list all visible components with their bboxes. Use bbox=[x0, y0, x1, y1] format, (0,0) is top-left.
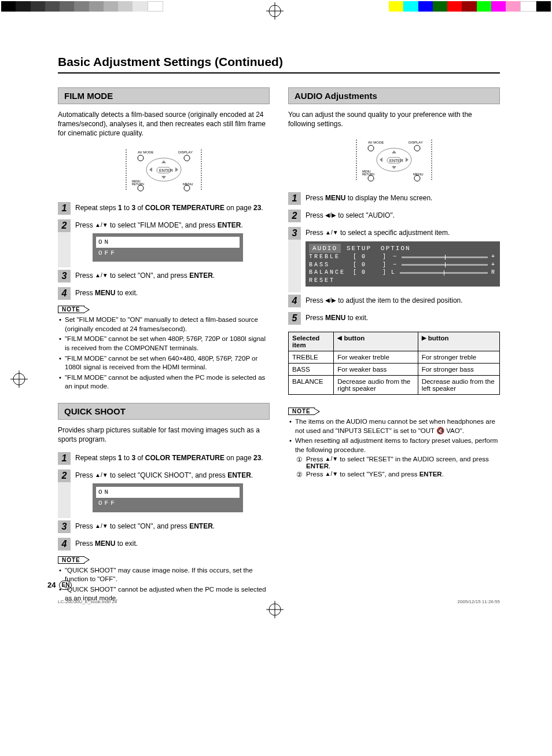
right-triangle-icon: ▶ bbox=[422, 335, 426, 341]
step-number: 5 bbox=[288, 312, 301, 325]
left-column: FILM MODE Automatically detects a film-b… bbox=[58, 87, 270, 604]
film-step1: Repeat steps 1 to 3 of COLOR TEMPERATURE… bbox=[71, 202, 270, 215]
step-number: 4 bbox=[58, 538, 71, 551]
svg-text:DISPLAY: DISPLAY bbox=[178, 151, 193, 154]
svg-point-24 bbox=[138, 185, 143, 191]
audio-osd: AUDIOSETUPOPTION TREBLE[0] −+ BASS[0] −+… bbox=[306, 241, 500, 287]
quick-step1: Repeat steps 1 to 3 of COLOR TEMPERATURE… bbox=[71, 452, 270, 465]
quick-intro: Provides sharp pictures suitable for fas… bbox=[58, 425, 270, 444]
step-number: 1 bbox=[58, 202, 71, 215]
svg-point-14 bbox=[184, 155, 190, 161]
remote-diagram-icon: AV MODE DISPLAY ENTER MENURETURN MENU bbox=[351, 137, 437, 183]
quick-step2: Press ▲/▼ to select "QUICK SHOOT", and p… bbox=[71, 469, 270, 518]
step-number: 2 bbox=[58, 469, 71, 482]
audio-sub1: ①Press ▲/▼ to select "RESET" in the AUDI… bbox=[296, 456, 500, 469]
page-title: Basic Adjustment Settings (Continued) bbox=[58, 55, 500, 74]
audio-step3: Press ▲/▼ to select a specific adjustmen… bbox=[301, 227, 500, 292]
audio-heading: AUDIO Adjustments bbox=[288, 87, 500, 104]
svg-text:RETURN: RETURN bbox=[362, 173, 374, 176]
svg-marker-36 bbox=[392, 151, 396, 153]
left-right-triangle-icon: ◀/▶ bbox=[325, 212, 336, 218]
audio-adjust-table: Selected item ◀ button ▶ button TREBLEFo… bbox=[288, 332, 500, 395]
note-label: NOTE bbox=[58, 556, 84, 564]
svg-text:DISPLAY: DISPLAY bbox=[409, 141, 423, 144]
audio-intro: You can adjust the sound quality to your… bbox=[288, 110, 500, 129]
step-number: 4 bbox=[288, 295, 301, 307]
film-menu-osd: ON OFF bbox=[93, 233, 243, 262]
audio-notes: The items on the AUDIO menu cannot be se… bbox=[288, 417, 500, 454]
svg-text:RETURN: RETURN bbox=[132, 182, 144, 186]
up-down-triangle-icon: ▲/▼ bbox=[95, 222, 108, 228]
step-number: 2 bbox=[58, 219, 71, 232]
svg-text:AV MODE: AV MODE bbox=[368, 141, 384, 144]
step-number: 2 bbox=[288, 210, 301, 222]
quick-step3: Press ▲/▼ to select "ON", and press ENTE… bbox=[71, 520, 270, 533]
svg-marker-20 bbox=[149, 167, 152, 172]
svg-text:AV MODE: AV MODE bbox=[138, 151, 153, 154]
svg-point-44 bbox=[414, 175, 420, 181]
left-right-triangle-icon: ◀/▶ bbox=[325, 297, 336, 303]
table-row: BASSFor weaker bassFor stronger bass bbox=[289, 364, 500, 376]
svg-marker-37 bbox=[392, 166, 396, 169]
step-number: 3 bbox=[58, 520, 71, 533]
audio-step5: Press MENU to exit. bbox=[301, 312, 500, 325]
step-number: 4 bbox=[58, 287, 71, 300]
film-step3: Press ▲/▼ to select "ON", and press ENTE… bbox=[71, 270, 270, 282]
svg-marker-21 bbox=[175, 167, 178, 172]
print-footer: LC-20D30U_E_book.indb 24 2005/12/15 11:2… bbox=[58, 599, 500, 604]
right-column: AUDIO Adjustments You can adjust the sou… bbox=[288, 87, 500, 604]
note-label: NOTE bbox=[58, 306, 84, 313]
table-row: TREBLEFor weaker trebleFor stronger treb… bbox=[289, 351, 500, 364]
audio-step4: Press ◀/▶ to adjust the item to the desi… bbox=[301, 295, 500, 307]
svg-point-42 bbox=[368, 175, 374, 181]
remote-diagram-icon: AV MODE DISPLAY ENTER MENURETURN MENU bbox=[120, 146, 207, 193]
up-down-triangle-icon: ▲/▼ bbox=[95, 523, 108, 529]
quick-shoot-heading: QUICK SHOOT bbox=[58, 403, 270, 420]
page-number: 24 EN bbox=[47, 581, 72, 590]
up-down-triangle-icon: ▲/▼ bbox=[325, 229, 338, 236]
step-number: 3 bbox=[58, 270, 71, 282]
svg-text:ENTER: ENTER bbox=[159, 168, 173, 173]
film-mode-heading: FILM MODE bbox=[58, 87, 270, 104]
svg-text:ENTER: ENTER bbox=[389, 159, 403, 163]
step-number: 1 bbox=[58, 452, 71, 465]
svg-point-32 bbox=[414, 145, 420, 151]
audio-step1: Press MENU to display the Menu screen. bbox=[301, 192, 500, 205]
film-intro: Automatically detects a film-based sourc… bbox=[58, 110, 270, 138]
film-step2: Press ▲/▼ to select "FILM MODE", and pre… bbox=[71, 219, 270, 268]
film-step4: Press MENU to exit. bbox=[71, 287, 270, 300]
audio-sub2: ②Press ▲/▼ to select "YES", and press EN… bbox=[296, 471, 500, 479]
quick-menu-osd: ON OFF bbox=[93, 483, 243, 512]
svg-marker-39 bbox=[406, 157, 409, 162]
film-notes: Set "FILM MODE" to "ON" manually to dete… bbox=[58, 315, 270, 391]
svg-marker-18 bbox=[161, 160, 166, 163]
svg-point-12 bbox=[138, 155, 143, 161]
svg-point-30 bbox=[368, 145, 374, 151]
quick-notes: "QUICK SHOOT" may cause image noise. If … bbox=[58, 566, 270, 603]
audio-step2: Press ◀/▶ to select "AUDIO". bbox=[301, 210, 500, 222]
svg-point-26 bbox=[184, 185, 190, 191]
step-number: 1 bbox=[288, 192, 301, 205]
quick-step4: Press MENU to exit. bbox=[71, 538, 270, 551]
table-row: BALANCEDecrease audio from the right spe… bbox=[289, 376, 500, 395]
svg-marker-38 bbox=[380, 157, 382, 162]
svg-marker-19 bbox=[161, 176, 166, 179]
up-down-triangle-icon: ▲/▼ bbox=[95, 472, 108, 478]
step-number: 3 bbox=[288, 227, 301, 240]
note-label: NOTE bbox=[288, 408, 315, 415]
up-down-triangle-icon: ▲/▼ bbox=[95, 272, 108, 278]
lang-badge: EN bbox=[59, 581, 72, 590]
